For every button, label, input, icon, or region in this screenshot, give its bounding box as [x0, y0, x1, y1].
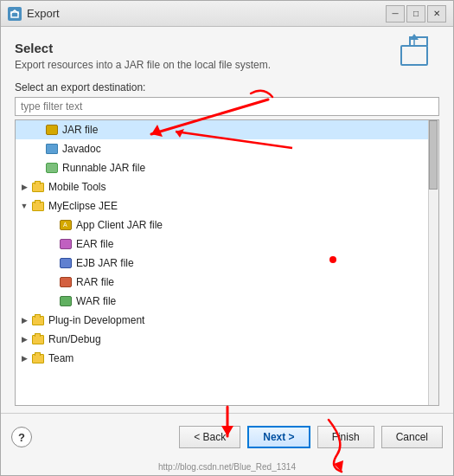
myeclipse-jee-label: MyEclipse JEE: [48, 200, 118, 212]
ejb-jar-label: EJB JAR file: [76, 257, 134, 269]
filter-label: Select an export destination:: [15, 81, 439, 93]
javadoc-icon: [45, 143, 59, 155]
tree-item-plugin-dev[interactable]: ▶ Plug-in Development: [16, 311, 438, 330]
dialog-content: Select Export resources into a JAR file …: [1, 27, 453, 406]
rar-file-label: RAR file: [76, 276, 114, 288]
svg-rect-1: [401, 46, 427, 65]
bottom-bar: ? < Back Next > Finish Cancel: [1, 413, 453, 460]
page-description: Export resources into a JAR file on the …: [15, 59, 439, 71]
close-button[interactable]: ✕: [427, 5, 446, 23]
tree-item-rar-file[interactable]: RAR file: [16, 273, 438, 292]
tree-item-run-debug[interactable]: ▶ Run/Debug: [16, 330, 438, 349]
finish-button[interactable]: Finish: [317, 426, 374, 448]
tree-item-runnable-jar[interactable]: Runnable JAR file: [16, 158, 438, 177]
jar-file-label: JAR file: [62, 124, 98, 136]
mobile-folder-icon: [31, 181, 45, 193]
javadoc-label: Javadoc: [62, 143, 101, 155]
rundebug-folder-icon: [31, 333, 45, 345]
plugin-folder-icon: [31, 314, 45, 326]
watermark: http://blog.csdn.net/Blue_Red_1314: [1, 460, 453, 475]
team-label: Team: [48, 352, 74, 364]
window-icon: [8, 7, 22, 21]
rar-icon: [59, 276, 73, 288]
war-icon: [59, 295, 73, 307]
export-dialog: Export ─ □ ✕ Select Export resources int…: [0, 0, 454, 476]
tree-item-ejb-jar[interactable]: EJB JAR file: [16, 254, 438, 273]
back-button[interactable]: < Back: [179, 426, 240, 448]
tree-item-app-client[interactable]: App Client JAR file: [16, 215, 438, 235]
war-file-label: WAR file: [76, 295, 116, 307]
tree-item-myeclipse-jee[interactable]: ▼ MyEclipse JEE: [16, 196, 438, 215]
ear-icon: [59, 238, 73, 250]
expand-arrow-team: ▶: [19, 353, 29, 363]
expand-arrow-rundebug: ▶: [19, 334, 29, 344]
tree-item-jar-file[interactable]: JAR file: [16, 120, 438, 139]
expand-arrow-plugin: ▶: [19, 315, 29, 325]
help-button[interactable]: ?: [11, 427, 32, 447]
plugin-dev-label: Plug-in Development: [48, 314, 144, 326]
mobile-tools-label: Mobile Tools: [48, 181, 106, 193]
window-title: Export: [27, 7, 386, 20]
expand-arrow-myeclipse: ▼: [19, 201, 29, 211]
app-client-label: App Client JAR file: [76, 219, 163, 231]
expand-arrow-mobile: ▶: [19, 182, 29, 192]
tree-item-war-file[interactable]: WAR file: [16, 292, 438, 311]
page-title: Select: [15, 41, 439, 55]
header-section: Select Export resources into a JAR file …: [15, 41, 439, 119]
run-debug-label: Run/Debug: [48, 333, 101, 345]
export-icon: [398, 34, 439, 68]
tree-item-ear-file[interactable]: EAR file: [16, 235, 438, 254]
tree-container[interactable]: JAR file Javadoc Runnable JAR file ▶ Mob…: [15, 119, 439, 406]
tree-item-javadoc[interactable]: Javadoc: [16, 139, 438, 158]
navigation-buttons: < Back Next > Finish Cancel: [179, 426, 443, 448]
tree-item-mobile-tools[interactable]: ▶ Mobile Tools: [16, 177, 438, 196]
next-button[interactable]: Next >: [247, 426, 310, 448]
app-client-icon: [59, 219, 73, 231]
jar-icon: [45, 124, 59, 136]
runnable-jar-label: Runnable JAR file: [62, 162, 145, 174]
scrollbar[interactable]: [428, 120, 438, 405]
minimize-button[interactable]: ─: [386, 5, 405, 23]
tree-item-team[interactable]: ▶ Team: [16, 349, 438, 368]
cancel-button[interactable]: Cancel: [381, 426, 443, 448]
ear-file-label: EAR file: [76, 238, 113, 250]
ejb-icon: [59, 257, 73, 269]
runnable-icon: [45, 162, 59, 174]
title-bar: Export ─ □ ✕: [1, 1, 453, 27]
filter-input[interactable]: [15, 97, 439, 116]
myeclipse-folder-icon: [31, 200, 45, 212]
window-controls: ─ □ ✕: [386, 5, 446, 23]
scrollbar-thumb[interactable]: [429, 120, 438, 190]
team-folder-icon: [31, 352, 45, 364]
maximize-button[interactable]: □: [406, 5, 425, 23]
